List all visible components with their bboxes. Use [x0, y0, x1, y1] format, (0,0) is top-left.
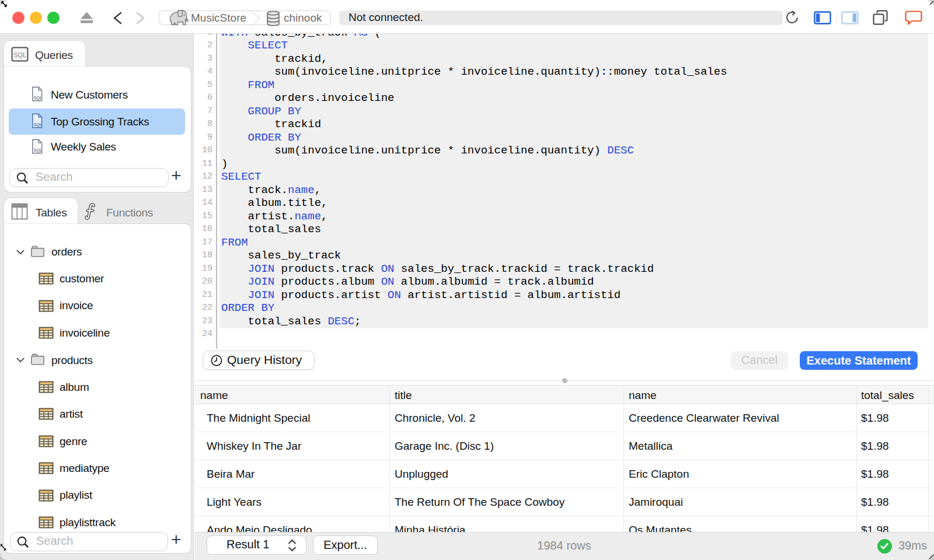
svg-text:SQL: SQL: [34, 123, 43, 127]
svg-text:SQL: SQL: [13, 51, 26, 58]
svg-text:SQL: SQL: [34, 148, 43, 153]
svg-text:SQL: SQL: [34, 96, 43, 100]
